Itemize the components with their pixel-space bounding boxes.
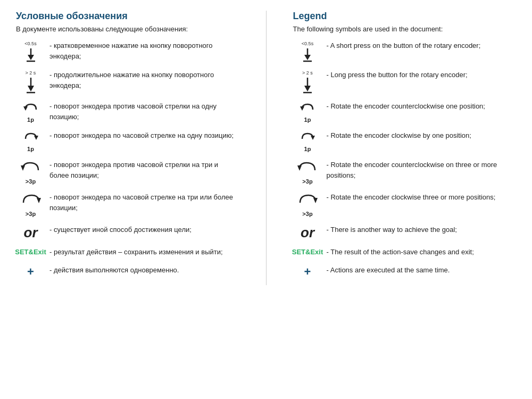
- short-press-icon: <0.5s: [16, 40, 45, 62]
- svg-marker-8: [21, 165, 25, 171]
- short-press-icon: <0.5s: [293, 40, 322, 62]
- rotate-cw-icon: 1p: [16, 130, 45, 152]
- long-press-icon: > 2 s: [293, 70, 322, 94]
- legend-row: SET&Exit- результат действия – сохранить…: [16, 247, 239, 257]
- or-icon: or: [293, 225, 322, 239]
- legend-description: - кратковременное нажатие на кнопку пово…: [49, 40, 239, 61]
- icon-label: 1p: [304, 117, 311, 123]
- legend-row: <0.5s - A short press on the button of t…: [293, 40, 517, 62]
- legend-row: > 2 s - Long press the button for the ro…: [293, 70, 517, 94]
- icon-small-label: <0.5s: [24, 41, 36, 46]
- legend-description: - поворот энкодера по часовой стрелке на…: [49, 130, 239, 141]
- left-items: <0.5s - кратковременное нажатие на кнопк…: [16, 40, 239, 278]
- set-exit-text: SET&Exit: [292, 248, 323, 256]
- plus-text: +: [304, 266, 311, 278]
- legend-row: >3p - Rotate the encoder clockwise three…: [293, 192, 517, 217]
- icon-label: >3p: [302, 211, 312, 217]
- legend-description: - поворот энкодера против часовой стрелк…: [49, 101, 239, 122]
- legend-description: - There is another way to achieve the go…: [327, 225, 517, 235]
- plus-icon: +: [16, 265, 45, 278]
- or-text: or: [24, 226, 38, 239]
- svg-marker-7: [34, 136, 38, 140]
- legend-description: - результат действия – сохранить изменен…: [49, 247, 239, 257]
- rotate-ccw3-icon: >3p: [16, 160, 45, 185]
- left-subtitle: В документе использованы следующие обозн…: [16, 25, 239, 33]
- legend-row: 1p - поворот энкодера по часовой стрелке…: [16, 130, 239, 152]
- legend-description: - существует иной способ достижения цели…: [49, 225, 239, 235]
- right-column: Legend The following symbols are used in…: [293, 11, 517, 285]
- right-items: <0.5s - A short press on the button of t…: [293, 40, 517, 278]
- svg-marker-19: [313, 198, 318, 203]
- rotate-cw3-icon: >3p: [293, 192, 322, 217]
- svg-marker-11: [304, 55, 311, 60]
- legend-description: - поворот энкодера против часовой стрелк…: [49, 160, 239, 180]
- legend-description: - Rotate the encoder clockwise three or …: [327, 192, 517, 203]
- legend-row: <0.5s - кратковременное нажатие на кнопк…: [16, 40, 239, 62]
- icon-label: 1p: [27, 146, 34, 152]
- or-icon: or: [16, 225, 45, 239]
- rotate-ccw-icon: 1p: [16, 101, 45, 123]
- icon-small-label: <0.5s: [302, 41, 313, 46]
- column-divider: [266, 11, 267, 285]
- left-title: Условные обозначения: [16, 11, 239, 22]
- set-exit-icon: SET&Exit: [293, 247, 322, 256]
- svg-marker-14: [304, 86, 311, 92]
- svg-marker-17: [311, 136, 315, 140]
- legend-row: 1p - Rotate the encoder counterclockwise…: [293, 101, 517, 123]
- legend-description: - The result of the action-save changes …: [327, 247, 517, 257]
- main-container: Условные обозначения В документе использ…: [16, 11, 516, 285]
- legend-row: 1p - Rotate the encoder clockwise by one…: [293, 130, 517, 152]
- icon-label: 1p: [27, 117, 34, 123]
- legend-row: +- Actions are executed at the same time…: [293, 265, 517, 278]
- icon-label: 1p: [304, 146, 311, 152]
- legend-description: - Rotate the encoder clockwise by one po…: [327, 130, 517, 141]
- or-text: or: [301, 226, 314, 239]
- plus-text: +: [27, 266, 34, 278]
- legend-row: > 2 s - продолжительное нажатие на кнопк…: [16, 70, 239, 94]
- legend-description: - Actions are executed at the same time.: [327, 265, 517, 276]
- legend-description: - Rotate the encoder counterclockwise on…: [327, 160, 517, 180]
- svg-marker-6: [23, 106, 28, 111]
- legend-description: - поворот энкодера по часовой стрелке на…: [49, 192, 239, 213]
- svg-marker-16: [300, 106, 304, 111]
- right-title: Legend: [293, 11, 517, 22]
- rotate-ccw-icon: 1p: [293, 101, 322, 123]
- legend-description: - продолжительное нажатие на кнопку пово…: [49, 70, 239, 90]
- icon-small-label: > 2 s: [26, 71, 36, 76]
- legend-row: or- There is another way to achieve the …: [293, 225, 517, 239]
- set-exit-icon: SET&Exit: [16, 247, 45, 256]
- legend-row: or- существует иной способ достижения це…: [16, 225, 239, 239]
- legend-row: SET&Exit- The result of the action-save …: [293, 247, 517, 257]
- plus-icon: +: [293, 265, 322, 278]
- svg-marker-1: [28, 55, 34, 60]
- right-subtitle: The following symbols are used in the do…: [293, 25, 517, 33]
- set-exit-text: SET&Exit: [15, 248, 46, 256]
- svg-marker-4: [28, 86, 34, 92]
- rotate-cw-icon: 1p: [293, 130, 322, 152]
- legend-description: - A short press on the button of the rot…: [327, 40, 517, 51]
- left-column: Условные обозначения В документе использ…: [16, 11, 239, 285]
- icon-label: >3p: [302, 179, 312, 185]
- rotate-cw3-icon: >3p: [16, 192, 45, 217]
- legend-row: +- действия выполняются одновременно.: [16, 265, 239, 278]
- legend-row: >3p - поворот энкодера по часовой стрелк…: [16, 192, 239, 217]
- rotate-ccw3-icon: >3p: [293, 160, 322, 185]
- icon-label: >3p: [26, 211, 36, 217]
- svg-marker-18: [297, 165, 302, 171]
- legend-description: - Rotate the encoder counterclockwise on…: [327, 101, 517, 112]
- legend-description: - Long press the button for the rotary e…: [327, 70, 517, 80]
- legend-row: 1p - поворот энкодера против часовой стр…: [16, 101, 239, 123]
- legend-row: >3p - Rotate the encoder counterclockwis…: [293, 160, 517, 185]
- legend-description: - действия выполняются одновременно.: [49, 265, 239, 276]
- long-press-icon: > 2 s: [16, 70, 45, 94]
- svg-marker-9: [37, 198, 41, 203]
- legend-row: >3p - поворот энкодера против часовой ст…: [16, 160, 239, 185]
- icon-label: >3p: [26, 179, 36, 185]
- icon-small-label: > 2 s: [302, 71, 313, 76]
